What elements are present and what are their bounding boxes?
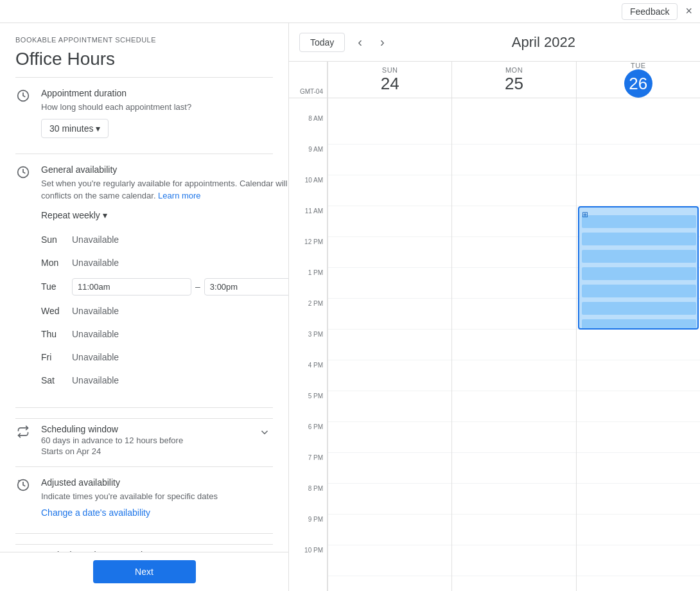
slot-tue-6[interactable] xyxy=(577,422,700,453)
slot-tue-9[interactable] xyxy=(577,145,700,175)
time-label-5pm: 5 PM xyxy=(289,391,327,422)
repeat-weekly-dropdown[interactable]: Repeat weekly ▾ xyxy=(41,207,107,223)
next-button[interactable]: Next xyxy=(93,560,196,583)
day-num-sun: 24 xyxy=(381,74,399,94)
day-label-mon: Mon xyxy=(41,258,67,268)
today-button[interactable]: Today xyxy=(299,33,345,52)
day-num-mon: 25 xyxy=(505,74,523,94)
scheduling-window-section: Scheduling window 60 days in advance to … xyxy=(15,418,273,461)
slot-sun-9p[interactable] xyxy=(328,515,451,545)
scheduling-window-expand[interactable] xyxy=(256,424,273,443)
appt-slot-7[interactable] xyxy=(582,319,696,330)
day-col-sun xyxy=(328,98,451,591)
time-label-1pm: 1 PM xyxy=(289,268,327,299)
general-availability-section: General availability Set when you're reg… xyxy=(15,164,273,392)
slot-sun-10p[interactable] xyxy=(328,545,451,576)
close-button[interactable]: × xyxy=(683,2,695,21)
slot-sun-9[interactable] xyxy=(328,145,451,175)
slot-sun-3[interactable] xyxy=(328,330,451,360)
duration-dropdown[interactable]: 30 minutes ▾ xyxy=(41,119,109,138)
slot-tue-7[interactable] xyxy=(577,453,700,484)
start-time-tue[interactable] xyxy=(72,278,191,296)
calendar-scroll[interactable]: 8 AM 9 AM 10 AM 11 AM 12 PM 1 PM 2 PM 3 … xyxy=(289,98,700,591)
general-availability-desc: Set when you're regularly available for … xyxy=(41,177,289,202)
adjusted-availability-title: Adjusted availability xyxy=(41,477,273,488)
appt-slot-6[interactable] xyxy=(582,302,696,315)
appt-slot-4[interactable] xyxy=(582,267,696,280)
slot-mon-10p[interactable] xyxy=(452,545,575,576)
slot-sun-5[interactable] xyxy=(328,391,451,422)
clock-icon xyxy=(15,89,31,102)
panel-title: Office Hours xyxy=(15,49,273,78)
slot-mon-8[interactable] xyxy=(452,114,575,145)
slot-tue-4[interactable] xyxy=(577,360,700,391)
slot-mon-8p[interactable] xyxy=(452,484,575,515)
time-dash-tue: – xyxy=(195,281,200,292)
time-label-10pm: 10 PM xyxy=(289,545,327,576)
appt-slot-3[interactable] xyxy=(582,250,696,263)
slot-tue-8p[interactable] xyxy=(577,484,700,515)
slot-tue-5[interactable] xyxy=(577,391,700,422)
slot-sun-7[interactable] xyxy=(328,453,451,484)
calendar-month-title: April 2022 xyxy=(398,34,690,51)
slot-tue-3[interactable] xyxy=(577,330,700,360)
slot-sun-6[interactable] xyxy=(328,422,451,453)
end-time-tue[interactable] xyxy=(204,278,289,296)
day-header-tue: TUE 26 xyxy=(576,62,700,98)
day-label-tue: Tue xyxy=(41,281,67,292)
bottom-bar: Next xyxy=(0,552,288,591)
slot-tue-9p[interactable] xyxy=(577,515,700,545)
main-layout: BOOKABLE APPOINTMENT SCHEDULE Office Hou… xyxy=(0,23,700,591)
slot-mon-10[interactable] xyxy=(452,175,575,206)
slot-tue-10p[interactable] xyxy=(577,545,700,576)
slot-sun-11[interactable] xyxy=(328,206,451,237)
duration-value: 30 minutes xyxy=(49,123,93,134)
days-header: GMT-04 SUN 24 MON 25 TUE 26 xyxy=(289,62,700,98)
slot-mon-11[interactable] xyxy=(452,206,575,237)
day-col-tue: ⊞ xyxy=(576,98,700,591)
slot-tue-10[interactable] xyxy=(577,175,700,206)
avail-status-mon: Unavailable xyxy=(72,258,289,268)
slot-mon-1[interactable] xyxy=(452,268,575,299)
scheduling-window-content: Scheduling window 60 days in advance to … xyxy=(41,424,246,456)
slot-mon-2[interactable] xyxy=(452,299,575,330)
slot-mon-6[interactable] xyxy=(452,422,575,453)
slot-sun-8[interactable] xyxy=(328,114,451,145)
appointment-block[interactable]: ⊞ xyxy=(578,206,699,330)
slot-sun-1[interactable] xyxy=(328,268,451,299)
slot-mon-12[interactable] xyxy=(452,237,575,268)
time-label-6pm: 6 PM xyxy=(289,422,327,453)
slot-sun-2[interactable] xyxy=(328,299,451,330)
scheduling-icon xyxy=(15,425,31,438)
slot-mon-4[interactable] xyxy=(452,360,575,391)
avail-status-sat: Unavailable xyxy=(72,375,289,385)
appt-slot-5[interactable] xyxy=(582,285,696,297)
slot-mon-3[interactable] xyxy=(452,330,575,360)
adjusted-availability-section: Adjusted availability Indicate times you… xyxy=(15,477,273,518)
time-label-11am: 11 AM xyxy=(289,206,327,237)
day-header-mon: MON 25 xyxy=(451,62,575,98)
prev-nav-button[interactable]: ‹ xyxy=(353,32,367,52)
feedback-button[interactable]: Feedback xyxy=(622,3,678,20)
time-label-2pm: 2 PM xyxy=(289,299,327,330)
slot-tue-8[interactable] xyxy=(577,114,700,145)
next-nav-button[interactable]: › xyxy=(375,32,390,52)
appt-slot-2[interactable] xyxy=(582,233,696,245)
slot-mon-9p[interactable] xyxy=(452,515,575,545)
day-label-fri: Fri xyxy=(41,352,67,362)
slot-mon-7[interactable] xyxy=(452,453,575,484)
slot-mon-5[interactable] xyxy=(452,391,575,422)
dropdown-arrow-icon: ▾ xyxy=(96,123,100,134)
change-date-availability-link[interactable]: Change a date's availability xyxy=(41,507,150,518)
slot-sun-4[interactable] xyxy=(328,360,451,391)
slot-sun-12[interactable] xyxy=(328,237,451,268)
time-label-8am: 8 AM xyxy=(289,114,327,145)
slot-sun-10[interactable] xyxy=(328,175,451,206)
avail-status-wed: Unavailable xyxy=(72,306,289,316)
avail-row-sat: Sat Unavailable xyxy=(41,369,289,392)
slot-mon-9[interactable] xyxy=(452,145,575,175)
appt-slot-1[interactable] xyxy=(582,215,696,228)
learn-more-link[interactable]: Learn more xyxy=(158,191,200,200)
repeat-label: Repeat weekly xyxy=(41,210,100,220)
slot-sun-8p[interactable] xyxy=(328,484,451,515)
